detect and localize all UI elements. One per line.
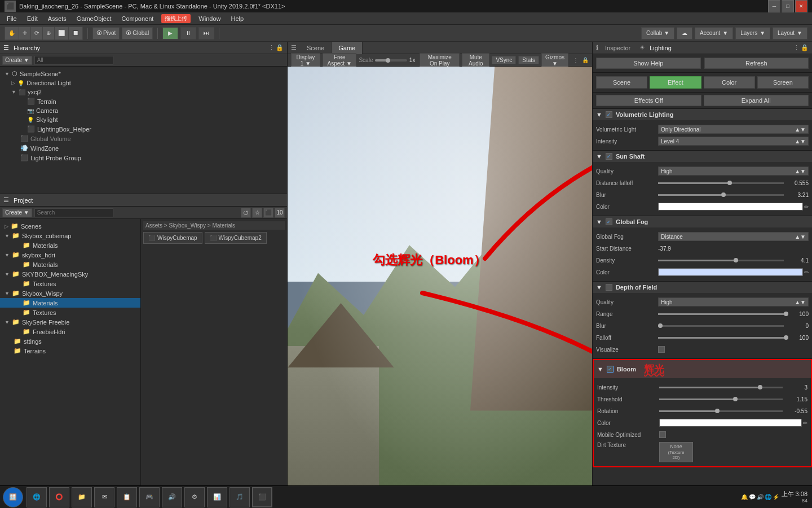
project-folder-wispy-textures[interactable]: 📁 Textures (0, 308, 140, 317)
global-button[interactable]: ⦿ Global (122, 27, 153, 40)
taskbar-app6[interactable]: 🎵 (230, 487, 250, 507)
visualize-checkbox[interactable] (658, 346, 665, 353)
bloom-header[interactable]: ▼ ✓ Bloom 辉光 (594, 360, 811, 378)
distance-falloff-slider[interactable] (658, 182, 784, 184)
color-picker-icon[interactable]: ✏ (804, 204, 809, 210)
layout-button[interactable]: Layout ▼ (773, 27, 807, 40)
asset-wispy-cubemap[interactable]: ⬛ WispyCubemap (143, 232, 202, 244)
hierarchy-item-directional-light[interactable]: ▷ 💡 Directional Light (0, 78, 287, 87)
mobile-opt-checkbox[interactable] (659, 431, 666, 438)
dirt-texture-picker[interactable]: None (Texture 2D) (659, 442, 693, 462)
project-folder-freebie-hdri[interactable]: 📁 FreebieHdri (0, 327, 140, 336)
density-slider[interactable] (658, 260, 784, 261)
project-folder-skybox-wispy[interactable]: ▼ 📁 Skybox_Wispy (0, 288, 140, 298)
layers-button[interactable]: Layers ▼ (735, 27, 770, 40)
project-tab[interactable]: Project (9, 196, 37, 205)
rotate-tool[interactable]: ⟳ (31, 27, 43, 40)
project-folder-hdri-materials[interactable]: 📁 Materials (0, 260, 140, 269)
maximize-on-play[interactable]: Maximize On Play (420, 53, 460, 68)
bloom-checkbox[interactable]: ✓ (607, 366, 614, 373)
hierarchy-create-button[interactable]: Create ▼ (2, 56, 32, 65)
asset-wispy-cubemap2[interactable]: ⬛ WispyCubemap2 (205, 232, 267, 244)
viewport-canvas[interactable]: 勾选辉光（Bloom） (288, 67, 592, 497)
project-search[interactable] (34, 208, 113, 217)
dof-checkbox[interactable] (606, 284, 612, 291)
mode-screen[interactable]: Screen (757, 76, 809, 89)
bloom-rotation-slider[interactable] (659, 410, 783, 412)
tab-lighting[interactable]: Lighting (645, 43, 676, 52)
project-folder-menacing-textures[interactable]: 📁 Textures (0, 279, 140, 288)
taskbar-chrome[interactable]: ⭕ (49, 487, 69, 507)
vsync[interactable]: VSync (492, 56, 516, 64)
step-button[interactable]: ⏭ (198, 27, 214, 40)
project-folder-skybox-menacing[interactable]: ▼ 📁 SKYBOX_MenacingSky (0, 269, 140, 279)
volumetric-lighting-checkbox[interactable]: ✓ (606, 111, 612, 118)
fog-type-dropdown[interactable]: Distance ▲▼ (658, 232, 809, 241)
menu-component[interactable]: Component (117, 14, 158, 23)
move-tool[interactable]: ✛ (19, 27, 31, 40)
dof-header[interactable]: ▼ Depth of Field (593, 282, 812, 293)
inspector-scroll[interactable]: Show Help Refresh Scene Effect Color Scr… (593, 54, 812, 497)
mode-scene[interactable]: Scene (596, 76, 647, 89)
sun-shaft-header[interactable]: ▼ ✓ Sun Shaft (593, 151, 812, 162)
hierarchy-item-terrain[interactable]: ⬛ Terrain (0, 97, 287, 106)
project-create-button[interactable]: Create ▼ (2, 208, 32, 217)
stats[interactable]: Stats (518, 56, 539, 64)
display-selector[interactable]: Display 1 ▼ (291, 53, 320, 68)
taskbar-app3[interactable]: 🔊 (162, 487, 182, 507)
taskbar-unity[interactable]: ⬛ (252, 487, 272, 507)
sun-shaft-checkbox[interactable]: ✓ (606, 153, 612, 160)
project-folder-skybox-hdri[interactable]: ▼ 📁 skybox_hdri (0, 250, 140, 260)
dof-quality-dropdown[interactable]: High ▲▼ (658, 297, 809, 306)
maximize-button[interactable]: □ (782, 0, 794, 12)
hierarchy-item-skylight[interactable]: 💡 Skylight (0, 115, 287, 124)
taskbar-app5[interactable]: 📊 (207, 487, 227, 507)
rect-tool[interactable]: ⬜ (55, 27, 69, 40)
effects-off-button[interactable]: Effects Off (596, 95, 701, 106)
close-button[interactable]: ✕ (795, 0, 807, 12)
transform-tool[interactable]: 🔲 (69, 27, 82, 40)
gizmos[interactable]: Gizmos ▼ (541, 53, 568, 68)
project-folder-scenes[interactable]: ▷ 📁 Scenes (0, 221, 140, 231)
hierarchy-item-windzone[interactable]: 💨 WindZone (0, 143, 287, 153)
project-size-selector[interactable]: 10 (275, 208, 285, 218)
menu-help[interactable]: Help (226, 14, 248, 23)
cloud-button[interactable]: ☁ (677, 27, 692, 40)
falloff-slider[interactable] (658, 337, 784, 339)
menu-window[interactable]: Window (194, 14, 225, 23)
upload-badge[interactable]: 拖拽上传 (161, 14, 191, 23)
hierarchy-item-camera[interactable]: 📷 Camera (0, 106, 287, 115)
hierarchy-item-samplescene[interactable]: ▼ ⬡ SampleScene* (0, 69, 287, 78)
expand-all-button[interactable]: Expand All (704, 95, 809, 106)
pivot-button[interactable]: ⦿ Pivot (92, 27, 120, 40)
pause-button[interactable]: ⏸ (180, 27, 196, 40)
fog-color-picker[interactable]: ✏ (804, 269, 809, 275)
mute-audio[interactable]: Mute Audio (462, 53, 489, 68)
global-fog-header[interactable]: ▼ ✓ Global Fog (593, 216, 812, 227)
scale-slider[interactable] (375, 59, 407, 62)
scale-tool[interactable]: ⊕ (43, 27, 55, 40)
tab-scene[interactable]: Scene (300, 42, 332, 54)
bloom-color-picker[interactable]: ✏ (803, 420, 807, 426)
refresh-button[interactable]: Refresh (704, 58, 809, 69)
global-fog-checkbox[interactable]: ✓ (606, 218, 612, 225)
volumetric-light-dropdown[interactable]: Only Directional ▲▼ (658, 125, 809, 134)
hierarchy-search[interactable] (34, 56, 113, 65)
range-slider[interactable] (658, 313, 784, 315)
intensity-dropdown[interactable]: Level 4 ▲▼ (658, 137, 809, 146)
hierarchy-item-lightingbox[interactable]: ⬛ LightingBox_Helper (0, 124, 287, 134)
dof-blur-slider[interactable] (658, 325, 784, 327)
bloom-intensity-slider[interactable] (659, 387, 783, 388)
hand-tool[interactable]: ✋ (5, 27, 19, 40)
blur-slider[interactable] (658, 194, 784, 196)
hierarchy-item-global-volume[interactable]: ⬛ Global Volume (0, 134, 287, 143)
menu-assets[interactable]: Assets (43, 14, 71, 23)
project-folder-skybox-cubemap-materials[interactable]: 📁 Materials (0, 240, 140, 250)
project-folder-terrains[interactable]: 📁 Terrains (0, 346, 140, 356)
menu-edit[interactable]: Edit (23, 14, 42, 23)
sun-shaft-color-swatch[interactable] (658, 203, 803, 211)
bloom-threshold-slider[interactable] (659, 398, 783, 400)
project-folder-skyserie[interactable]: ▼ 📁 SkySerie Freebie (0, 317, 140, 327)
taskbar-app2[interactable]: 🎮 (139, 487, 160, 507)
taskbar-app1[interactable]: 📋 (117, 487, 137, 507)
